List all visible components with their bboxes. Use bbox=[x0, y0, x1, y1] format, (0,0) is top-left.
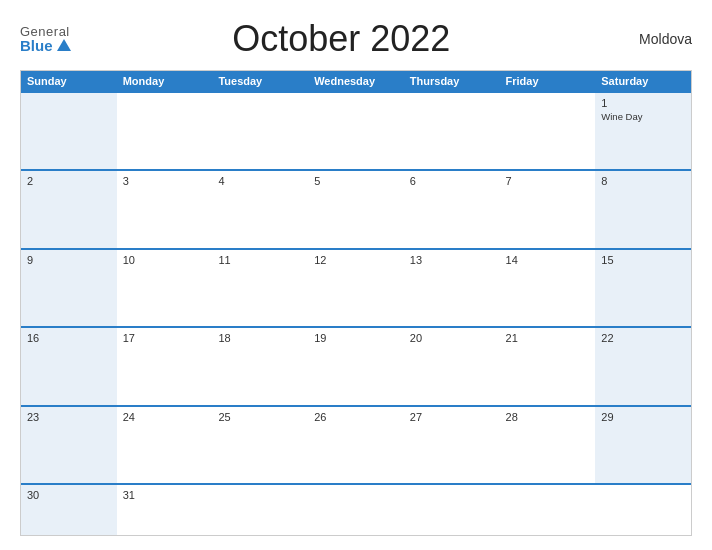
cell-w1-sun bbox=[21, 93, 117, 169]
cell-w4-mon: 17 bbox=[117, 328, 213, 404]
header-sunday: Sunday bbox=[21, 71, 117, 91]
cell-w1-sat: 1 Wine Day bbox=[595, 93, 691, 169]
cell-w6-sat bbox=[595, 485, 691, 535]
cell-w3-mon: 10 bbox=[117, 250, 213, 326]
cell-w2-fri: 7 bbox=[500, 171, 596, 247]
cell-w3-fri: 14 bbox=[500, 250, 596, 326]
cell-w5-fri: 28 bbox=[500, 407, 596, 483]
cell-w4-sun: 16 bbox=[21, 328, 117, 404]
cell-w2-sat: 8 bbox=[595, 171, 691, 247]
cell-w1-tue bbox=[212, 93, 308, 169]
cell-w6-tue bbox=[212, 485, 308, 535]
cell-w6-mon: 31 bbox=[117, 485, 213, 535]
header-monday: Monday bbox=[117, 71, 213, 91]
cell-w1-thu bbox=[404, 93, 500, 169]
cell-w2-sun: 2 bbox=[21, 171, 117, 247]
cell-w5-mon: 24 bbox=[117, 407, 213, 483]
logo-triangle-icon bbox=[57, 39, 71, 51]
cell-w5-tue: 25 bbox=[212, 407, 308, 483]
cell-w1-fri bbox=[500, 93, 596, 169]
cell-w4-sat: 22 bbox=[595, 328, 691, 404]
header-saturday: Saturday bbox=[595, 71, 691, 91]
cell-w3-tue: 11 bbox=[212, 250, 308, 326]
week-2: 2 3 4 5 6 7 8 bbox=[21, 169, 691, 247]
cell-w6-sun: 30 bbox=[21, 485, 117, 535]
calendar-header-row: Sunday Monday Tuesday Wednesday Thursday… bbox=[21, 71, 691, 91]
cell-w2-wed: 5 bbox=[308, 171, 404, 247]
week-6: 30 31 bbox=[21, 483, 691, 535]
page-header: General Blue October 2022 Moldova bbox=[20, 18, 692, 60]
cell-w5-thu: 27 bbox=[404, 407, 500, 483]
cell-w3-wed: 12 bbox=[308, 250, 404, 326]
header-wednesday: Wednesday bbox=[308, 71, 404, 91]
cell-w3-thu: 13 bbox=[404, 250, 500, 326]
cell-w1-wed bbox=[308, 93, 404, 169]
week-4: 16 17 18 19 20 21 22 bbox=[21, 326, 691, 404]
country-label: Moldova bbox=[612, 31, 692, 47]
calendar-body: 1 Wine Day 2 3 4 5 6 7 8 9 10 11 12 13 bbox=[21, 91, 691, 535]
logo: General Blue bbox=[20, 25, 71, 53]
cell-w6-thu bbox=[404, 485, 500, 535]
header-thursday: Thursday bbox=[404, 71, 500, 91]
cell-w6-wed bbox=[308, 485, 404, 535]
week-1: 1 Wine Day bbox=[21, 91, 691, 169]
cell-w3-sun: 9 bbox=[21, 250, 117, 326]
cell-w4-thu: 20 bbox=[404, 328, 500, 404]
cell-w1-mon bbox=[117, 93, 213, 169]
cell-w2-tue: 4 bbox=[212, 171, 308, 247]
logo-blue-row: Blue bbox=[20, 38, 71, 53]
cell-w4-wed: 19 bbox=[308, 328, 404, 404]
calendar-title: October 2022 bbox=[71, 18, 612, 60]
header-friday: Friday bbox=[500, 71, 596, 91]
cell-w5-sun: 23 bbox=[21, 407, 117, 483]
cell-w3-sat: 15 bbox=[595, 250, 691, 326]
logo-blue-text: Blue bbox=[20, 38, 53, 53]
cell-w4-fri: 21 bbox=[500, 328, 596, 404]
week-3: 9 10 11 12 13 14 15 bbox=[21, 248, 691, 326]
cell-w2-mon: 3 bbox=[117, 171, 213, 247]
header-tuesday: Tuesday bbox=[212, 71, 308, 91]
cell-w4-tue: 18 bbox=[212, 328, 308, 404]
week-5: 23 24 25 26 27 28 29 bbox=[21, 405, 691, 483]
calendar-page: General Blue October 2022 Moldova Sunday… bbox=[0, 0, 712, 550]
calendar-grid: Sunday Monday Tuesday Wednesday Thursday… bbox=[20, 70, 692, 536]
cell-w5-wed: 26 bbox=[308, 407, 404, 483]
cell-w6-fri bbox=[500, 485, 596, 535]
cell-w2-thu: 6 bbox=[404, 171, 500, 247]
cell-w5-sat: 29 bbox=[595, 407, 691, 483]
